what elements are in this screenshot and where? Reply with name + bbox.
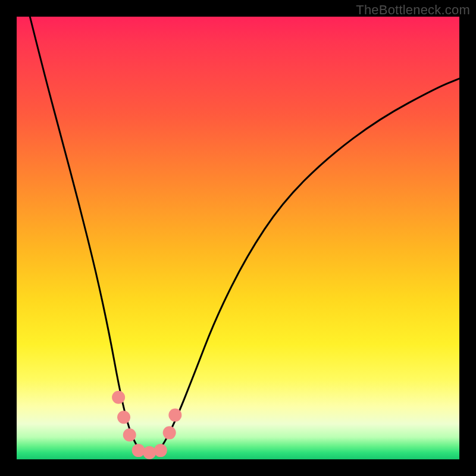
floor-dot-2	[143, 446, 156, 459]
plot-area	[17, 17, 459, 459]
curve-svg	[17, 17, 459, 459]
watermark-text: TheBottleneck.com	[356, 2, 470, 18]
floor-dot-3	[154, 444, 167, 457]
chart-frame: TheBottleneck.com	[0, 0, 476, 476]
right-dot-1	[163, 426, 176, 439]
left-dot-3	[123, 428, 136, 441]
bottleneck-curve	[30, 17, 459, 455]
left-dot-1	[112, 391, 125, 404]
right-dot-2	[168, 409, 181, 422]
left-dot-2	[117, 411, 130, 424]
floor-dot-1	[132, 444, 145, 457]
marker-dots	[112, 391, 181, 459]
